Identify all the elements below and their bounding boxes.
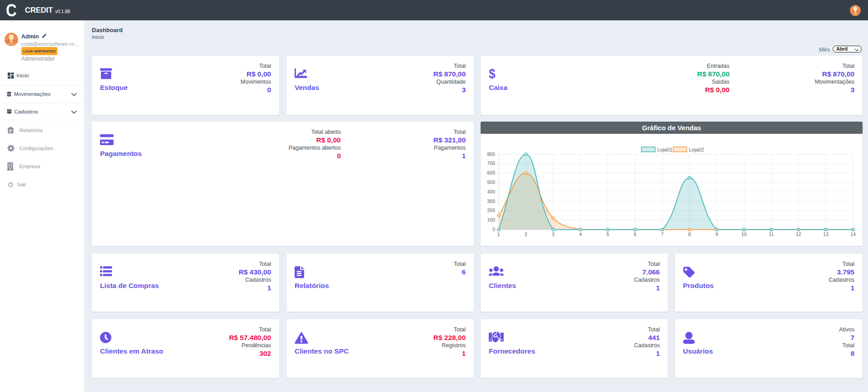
- svg-text:800: 800: [487, 151, 495, 157]
- svg-text:9: 9: [715, 231, 718, 237]
- svg-text:13: 13: [823, 231, 829, 237]
- svg-text:Loja02: Loja02: [689, 147, 704, 152]
- svg-text:500: 500: [487, 179, 495, 185]
- svg-text:300: 300: [487, 198, 495, 204]
- svg-text:14: 14: [850, 231, 856, 237]
- svg-text:5: 5: [606, 231, 609, 237]
- svg-text:200: 200: [487, 208, 495, 213]
- svg-text:8: 8: [688, 231, 691, 237]
- svg-text:4: 4: [579, 231, 582, 237]
- svg-text:1: 1: [497, 231, 500, 237]
- svg-text:12: 12: [796, 231, 801, 237]
- svg-text:0: 0: [492, 227, 495, 232]
- svg-text:2: 2: [525, 231, 527, 237]
- svg-text:6: 6: [634, 231, 636, 237]
- svg-text:10: 10: [741, 231, 747, 237]
- svg-text:700: 700: [487, 161, 495, 166]
- svg-text:Loja01: Loja01: [658, 147, 672, 152]
- svg-text:3: 3: [552, 231, 555, 237]
- svg-text:11: 11: [769, 231, 774, 237]
- svg-text:7: 7: [661, 231, 663, 237]
- svg-text:400: 400: [487, 189, 495, 194]
- svg-text:100: 100: [487, 217, 495, 222]
- svg-text:600: 600: [487, 170, 495, 175]
